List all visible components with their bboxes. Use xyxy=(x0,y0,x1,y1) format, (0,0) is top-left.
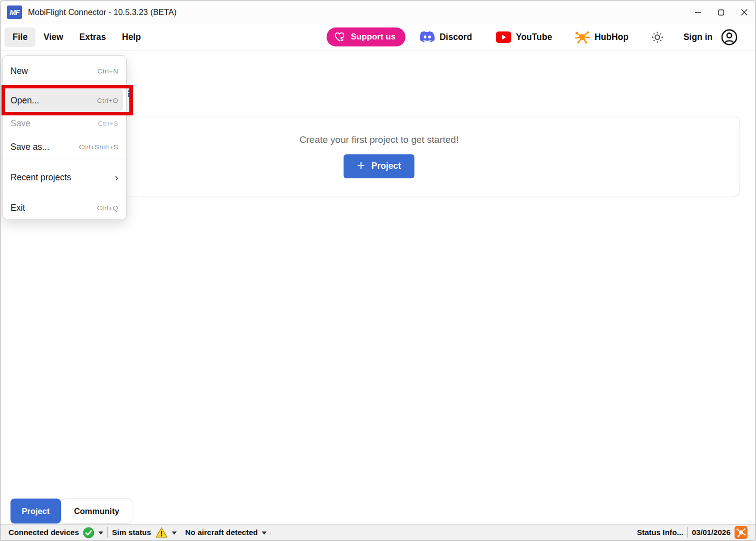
menu-item-recent-projects[interactable]: Recent projects › xyxy=(3,159,126,196)
close-button[interactable] xyxy=(733,0,756,24)
aircraft-status-label: No aircraft detected xyxy=(185,528,258,537)
sign-in-button[interactable]: Sign in xyxy=(684,29,738,45)
sign-in-label: Sign in xyxy=(684,32,713,42)
support-us-label: Support us xyxy=(351,32,395,42)
menu-item-recent-projects-label: Recent projects xyxy=(10,172,71,183)
youtube-link[interactable]: YouTube xyxy=(496,31,552,43)
menu-item-new[interactable]: New Ctrl+N xyxy=(3,59,126,83)
menu-item-exit-shortcut: Ctrl+Q xyxy=(97,204,118,212)
menu-item-open[interactable]: Open... Ctrl+O xyxy=(7,89,123,112)
svg-text:$: $ xyxy=(341,36,344,42)
chevron-right-icon: › xyxy=(115,172,118,182)
menubar: File View Extras Help $ Support us xyxy=(0,24,756,50)
titlebar: MF MobiFlight Connector - 10.5.3.23 (BET… xyxy=(0,0,756,24)
file-dropdown-menu: New Ctrl+N Open... Ctrl+O Save Ctrl+S Sa… xyxy=(2,55,127,219)
bottom-tab-strip: Project Community xyxy=(10,499,132,524)
caret-down-icon xyxy=(172,532,177,535)
menu-item-new-label: New xyxy=(10,66,28,76)
empty-state-text: Create your first project to get started… xyxy=(300,134,459,145)
menu-item-save: Save Ctrl+S xyxy=(3,112,126,135)
menu-view[interactable]: View xyxy=(35,27,71,47)
heart-dollar-icon: $ xyxy=(334,31,346,43)
new-project-button[interactable]: + Project xyxy=(344,154,414,178)
menu-item-save-as[interactable]: Save as... Ctrl+Shift+S xyxy=(3,135,126,159)
new-project-button-label: Project xyxy=(372,161,401,171)
aircraft-status-dropdown[interactable]: No aircraft detected xyxy=(181,525,271,541)
maximize-button[interactable] xyxy=(710,0,733,24)
connected-devices-label: Connected devices xyxy=(8,528,79,537)
menu-extras[interactable]: Extras xyxy=(71,27,114,47)
menu-item-exit-label: Exit xyxy=(10,203,25,213)
cropped-text-artifact xyxy=(128,90,132,97)
discord-link[interactable]: Discord xyxy=(420,31,472,43)
menu-file[interactable]: File xyxy=(4,27,35,47)
sun-icon xyxy=(651,31,664,43)
app-window: MF MobiFlight Connector - 10.5.3.23 (BET… xyxy=(0,0,756,541)
statusbar-separator xyxy=(271,527,271,538)
tab-community[interactable]: Community xyxy=(61,499,132,524)
sim-status-dropdown[interactable]: Sim status xyxy=(108,525,180,541)
support-us-button[interactable]: $ Support us xyxy=(327,27,405,46)
youtube-label: YouTube xyxy=(516,32,552,42)
menu-item-exit[interactable]: Exit Ctrl+Q xyxy=(3,196,126,220)
menu-item-save-label: Save xyxy=(10,118,30,129)
warning-triangle-icon xyxy=(155,527,168,538)
status-info-button[interactable]: Status Info... xyxy=(633,528,687,537)
menu-item-new-shortcut: Ctrl+N xyxy=(97,67,118,75)
statusbar: Connected devices Sim status xyxy=(0,524,756,541)
caret-down-icon xyxy=(98,532,103,535)
minimize-button[interactable] xyxy=(687,0,710,24)
menu-item-save-as-shortcut: Ctrl+Shift+S xyxy=(79,143,118,151)
hubhop-link[interactable]: HubHop xyxy=(575,30,629,44)
sim-connection-icon xyxy=(735,526,748,539)
menu-item-open-shortcut: Ctrl+O xyxy=(97,97,118,104)
date-display: 03/01/2026 xyxy=(688,526,752,539)
discord-label: Discord xyxy=(439,32,472,42)
youtube-icon xyxy=(496,31,511,43)
window-title: MobiFlight Connector - 10.5.3.23 (BETA) xyxy=(28,7,177,17)
caret-down-icon xyxy=(262,532,267,535)
status-info-label: Status Info... xyxy=(637,528,683,537)
menu-help[interactable]: Help xyxy=(114,27,149,47)
sim-status-label: Sim status xyxy=(112,528,151,537)
tab-project[interactable]: Project xyxy=(10,499,61,524)
menu-item-save-as-label: Save as... xyxy=(10,142,49,152)
hubhop-icon xyxy=(575,30,590,44)
connected-devices-dropdown[interactable]: Connected devices xyxy=(4,525,107,541)
plus-icon: + xyxy=(357,159,365,172)
hubhop-label: HubHop xyxy=(595,32,629,42)
app-logo-icon: MF xyxy=(7,5,22,19)
check-circle-icon xyxy=(83,527,94,539)
menu-item-open-label: Open... xyxy=(10,95,39,106)
theme-toggle-button[interactable] xyxy=(651,31,664,43)
menu-item-save-shortcut: Ctrl+S xyxy=(98,120,118,127)
account-avatar-icon xyxy=(721,29,738,45)
discord-icon xyxy=(420,31,435,43)
date-label: 03/01/2026 xyxy=(692,528,731,537)
